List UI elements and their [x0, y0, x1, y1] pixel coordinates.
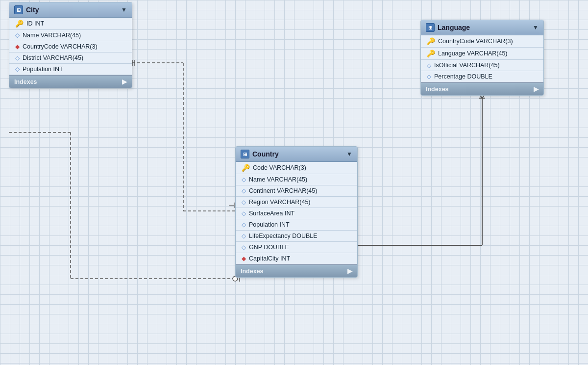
- country-dropdown-arrow[interactable]: ▼: [346, 151, 352, 157]
- country-field-code: 🔑 Code VARCHAR(3): [236, 162, 357, 174]
- city-table-title-group: ⊞ City: [14, 5, 39, 14]
- country-field-lifeexpectancy: ◇ LifeExpectancy DOUBLE: [236, 231, 357, 242]
- country-field-name-text: Name VARCHAR(45): [249, 176, 307, 183]
- country-field-surfacearea-text: SurfaceArea INT: [249, 210, 294, 217]
- country-indexes-label: Indexes: [241, 268, 264, 275]
- language-field-language: 🔑 Language VARCHAR(45): [421, 48, 543, 60]
- language-dropdown-arrow[interactable]: ▼: [533, 24, 539, 31]
- country-indexes-arrow: ▶: [347, 267, 352, 275]
- city-table-title: City: [26, 6, 39, 14]
- city-field-countrycode: ◆ CountryCode VARCHAR(3): [9, 41, 132, 52]
- country-table-header[interactable]: ⊞ Country ▼: [236, 147, 357, 162]
- language-field-percentage: ◇ Percentage DOUBLE: [421, 71, 543, 82]
- diamond-blue-icon-3: ◇: [15, 66, 20, 73]
- diamond-red-icon: ◆: [15, 43, 20, 50]
- city-field-name-text: Name VARCHAR(45): [23, 32, 81, 39]
- country-field-name: ◇ Name VARCHAR(45): [236, 174, 357, 185]
- city-field-name: ◇ Name VARCHAR(45): [9, 30, 132, 41]
- country-indexes[interactable]: Indexes ▶: [236, 264, 357, 277]
- diamond-blue-icon-2: ◇: [15, 54, 20, 61]
- key-icon-country-1: 🔑: [242, 164, 250, 172]
- country-field-lifeexpectancy-text: LifeExpectancy DOUBLE: [249, 233, 318, 239]
- language-indexes-label: Indexes: [426, 86, 449, 93]
- city-field-id-text: ID INT: [26, 20, 44, 27]
- country-field-continent-text: Continent VARCHAR(45): [249, 187, 317, 194]
- city-field-population: ◇ Population INT: [9, 64, 132, 75]
- language-field-isofficial: ◇ IsOfficial VARCHAR(45): [421, 60, 543, 71]
- language-field-isofficial-text: IsOfficial VARCHAR(45): [434, 62, 500, 69]
- country-field-continent: ◇ Continent VARCHAR(45): [236, 185, 357, 197]
- country-table-title-group: ⊞ Country: [241, 150, 279, 158]
- city-dropdown-arrow[interactable]: ▼: [121, 6, 127, 13]
- city-field-population-text: Population INT: [23, 66, 63, 73]
- city-indexes-arrow: ▶: [122, 78, 127, 85]
- country-table-icon: ⊞: [241, 150, 249, 158]
- country-field-population: ◇ Population INT: [236, 219, 357, 231]
- diamond-blue-icon-country-1: ◇: [242, 176, 246, 183]
- country-table: ⊞ Country ▼ 🔑 Code VARCHAR(3) ◇ Name VAR…: [235, 146, 358, 278]
- language-field-language-text: Language VARCHAR(45): [438, 50, 508, 57]
- country-field-population-text: Population INT: [249, 221, 290, 228]
- country-field-gnp-text: GNP DOUBLE: [249, 244, 289, 251]
- diamond-blue-icon-country-3: ◇: [242, 199, 246, 206]
- language-field-countrycode-text: CountryCode VARCHAR(3): [438, 38, 513, 45]
- language-table-header[interactable]: ⊞ Language ▼: [421, 20, 543, 35]
- key-icon-lang-1: 🔑: [427, 37, 435, 45]
- svg-text:⊣: ⊣: [228, 201, 235, 209]
- language-table: ⊞ Language ▼ 🔑 CountryCode VARCHAR(3) 🔑 …: [420, 20, 544, 96]
- country-field-region: ◇ Region VARCHAR(45): [236, 197, 357, 208]
- city-field-id: 🔑 ID INT: [9, 18, 132, 30]
- diamond-blue-icon-lang-1: ◇: [427, 62, 431, 69]
- language-indexes-arrow: ▶: [534, 85, 539, 93]
- city-table: ⊞ City ▼ 🔑 ID INT ◇ Name VARCHAR(45) ◆ C…: [9, 2, 132, 88]
- diamond-blue-icon-country-6: ◇: [242, 233, 246, 239]
- language-table-title-group: ⊞ Language: [426, 23, 470, 32]
- diamond-blue-icon-country-4: ◇: [242, 210, 246, 217]
- country-field-gnp: ◇ GNP DOUBLE: [236, 242, 357, 253]
- language-table-title: Language: [438, 24, 470, 31]
- diamond-blue-icon-country-7: ◇: [242, 244, 246, 251]
- country-field-surfacearea: ◇ SurfaceArea INT: [236, 208, 357, 219]
- city-field-countrycode-text: CountryCode VARCHAR(3): [23, 43, 98, 50]
- country-field-code-text: Code VARCHAR(3): [253, 164, 306, 171]
- key-icon-lang-2: 🔑: [427, 50, 435, 57]
- city-indexes[interactable]: Indexes ▶: [9, 75, 132, 88]
- country-table-title: Country: [252, 150, 279, 158]
- country-field-capitalcity: ◆ CapitalCity INT: [236, 253, 357, 264]
- key-icon: 🔑: [15, 20, 24, 27]
- diamond-blue-icon-country-2: ◇: [242, 187, 246, 194]
- diamond-blue-icon-lang-2: ◇: [427, 73, 431, 80]
- language-table-icon: ⊞: [426, 23, 435, 32]
- country-field-region-text: Region VARCHAR(45): [249, 199, 311, 206]
- city-table-icon: ⊞: [14, 5, 23, 14]
- diamond-blue-icon: ◇: [15, 32, 20, 39]
- language-indexes[interactable]: Indexes ▶: [421, 82, 543, 95]
- city-field-district-text: District VARCHAR(45): [23, 54, 83, 61]
- city-indexes-label: Indexes: [14, 78, 37, 85]
- diamond-blue-icon-country-5: ◇: [242, 221, 246, 228]
- diamond-red-icon-country: ◆: [242, 255, 246, 262]
- language-field-percentage-text: Percentage DOUBLE: [434, 73, 492, 80]
- city-table-header[interactable]: ⊞ City ▼: [9, 2, 132, 18]
- city-field-district: ◇ District VARCHAR(45): [9, 52, 132, 64]
- language-field-countrycode: 🔑 CountryCode VARCHAR(3): [421, 35, 543, 48]
- country-field-capitalcity-text: CapitalCity INT: [249, 255, 290, 262]
